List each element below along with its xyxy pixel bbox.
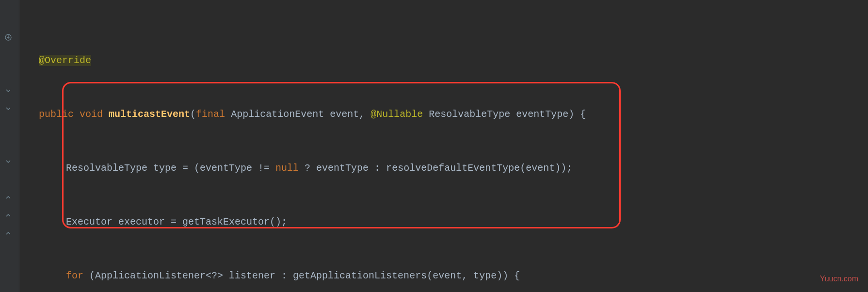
code-line: @Override [39,51,868,69]
fold-close-icon[interactable] [4,193,13,202]
annotation: @Override [39,55,91,66]
code-line: public void multicastEvent(final Applica… [39,105,868,123]
fold-icon[interactable] [4,104,13,113]
watermark: Yuucn.com [820,272,858,286]
fold-close-icon[interactable] [4,211,13,220]
code-line: for (ApplicationListener<?> listener : g… [39,267,868,285]
code-line: ResolvableType type = (eventType != null… [39,159,868,177]
code-line: Executor executor = getTaskExecutor(); [39,213,868,231]
fold-icon[interactable] [4,86,13,95]
override-gutter-icon[interactable] [4,33,13,42]
fold-close-icon[interactable] [4,229,13,238]
fold-icon[interactable] [4,157,13,166]
code-editor[interactable]: @Override public void multicastEvent(fin… [19,16,868,292]
editor-gutter [0,0,19,292]
